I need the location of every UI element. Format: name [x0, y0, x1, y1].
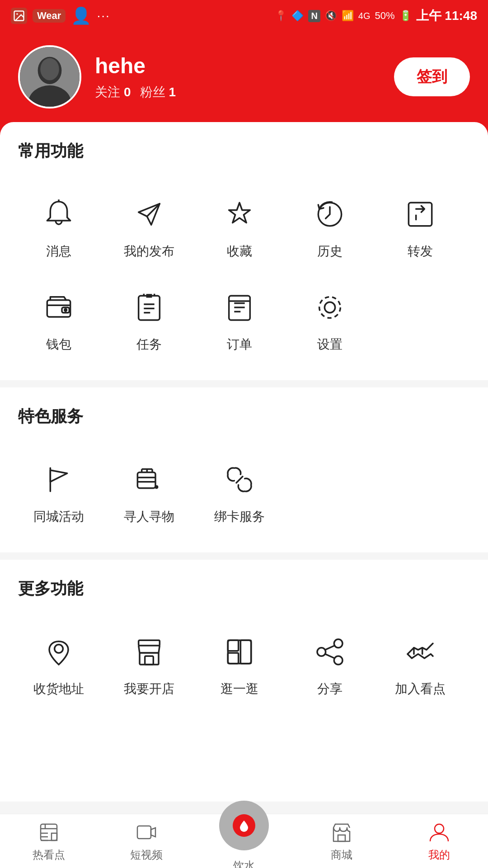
- my-posts-item[interactable]: 我的发布: [108, 185, 190, 269]
- water-nav-label: 饮水: [233, 859, 255, 868]
- favorites-item[interactable]: 收藏: [199, 185, 280, 269]
- share-label: 分享: [317, 680, 343, 698]
- gallery-icon: [11, 8, 27, 24]
- share-icon: [310, 632, 350, 672]
- avatar[interactable]: [18, 45, 81, 108]
- history-label: 历史: [317, 243, 343, 260]
- orders-label: 订单: [227, 336, 252, 353]
- time-display: 上午 11:48: [416, 7, 477, 24]
- find-icon: [129, 459, 169, 500]
- profile-stats: 关注 0 粉丝 1: [95, 84, 176, 101]
- join-views-item[interactable]: 加入看点: [380, 623, 461, 707]
- svg-point-33: [317, 648, 326, 656]
- browse-icon: [219, 632, 260, 672]
- more-functions-grid: 收货地址 我要开店: [18, 623, 470, 707]
- join-views-label: 加入看点: [395, 680, 446, 698]
- browse-item[interactable]: 逛一逛: [199, 623, 280, 707]
- hot-nav-icon: [37, 821, 61, 844]
- checkin-button[interactable]: 签到: [394, 57, 470, 96]
- divider-2: [0, 552, 488, 560]
- profile-info: hehe 关注 0 粉丝 1: [95, 53, 176, 101]
- my-posts-label: 我的发布: [124, 243, 174, 260]
- shop-nav-label: 商城: [331, 848, 352, 862]
- special-services-title: 特色服务: [18, 406, 470, 432]
- common-functions-title: 常用功能: [18, 140, 470, 167]
- nfc-icon: N: [308, 10, 320, 22]
- videos-nav-label: 短视频: [130, 848, 163, 862]
- wifi-icon: 📶: [342, 10, 354, 22]
- special-services-grid: 同城活动 寻人寻物: [18, 450, 470, 534]
- bind-card-item[interactable]: 绑卡服务: [199, 450, 280, 534]
- nav-spacer: [0, 725, 488, 783]
- common-functions-grid: 消息 我的发布 收藏: [18, 185, 470, 362]
- status-left: Wear 👤 ···: [11, 6, 110, 25]
- nav-water[interactable]: 饮水: [195, 801, 293, 868]
- orders-item[interactable]: 订单: [199, 278, 280, 362]
- nav-hot[interactable]: 热看点: [0, 821, 98, 862]
- link-icon: [219, 459, 260, 500]
- open-shop-label: 我要开店: [124, 680, 174, 698]
- svg-point-15: [324, 302, 335, 312]
- send-icon: [129, 194, 169, 235]
- nav-mine[interactable]: 我的: [390, 821, 488, 862]
- share-box-icon: [400, 194, 441, 235]
- forward-item[interactable]: 转发: [380, 185, 461, 269]
- special-services-section: 特色服务 同城活动: [0, 406, 488, 552]
- svg-point-16: [319, 297, 341, 318]
- wallet-item[interactable]: 钱包: [18, 278, 99, 362]
- find-people-item[interactable]: 寻人寻物: [108, 450, 190, 534]
- nav-shop[interactable]: 商城: [293, 821, 390, 862]
- svg-point-21: [155, 486, 158, 488]
- open-shop-item[interactable]: 我要开店: [108, 623, 190, 707]
- settings-icon: [310, 287, 350, 328]
- more-functions-section: 更多功能 收货地址: [0, 578, 488, 725]
- share-item[interactable]: 分享: [289, 623, 371, 707]
- profile-left: hehe 关注 0 粉丝 1: [18, 45, 176, 108]
- settings-item[interactable]: 设置: [289, 278, 371, 362]
- address-item[interactable]: 收货地址: [18, 623, 99, 707]
- handshake-icon: [400, 632, 441, 672]
- messages-label: 消息: [46, 243, 71, 260]
- svg-rect-27: [228, 640, 251, 663]
- bluetooth-icon: 🔷: [291, 10, 304, 22]
- common-functions-section: 常用功能 消息: [0, 140, 488, 380]
- followers-stat: 粉丝 1: [140, 84, 176, 101]
- signal-icon: 4G: [358, 11, 371, 21]
- flag-icon: [38, 459, 79, 500]
- local-events-item[interactable]: 同城活动: [18, 450, 99, 534]
- following-label: 关注: [95, 84, 120, 101]
- favorites-label: 收藏: [227, 243, 252, 260]
- svg-rect-30: [228, 653, 238, 663]
- svg-rect-43: [338, 835, 345, 841]
- battery-icon: 🔋: [399, 10, 412, 22]
- nav-videos[interactable]: 短视频: [98, 821, 195, 862]
- main-content: 常用功能 消息: [0, 122, 488, 802]
- svg-rect-36: [41, 824, 57, 840]
- svg-point-31: [334, 639, 343, 648]
- svg-point-23: [55, 645, 63, 653]
- status-bar: Wear 👤 ··· 📍 🔷 N 🔇 📶 4G 50% 🔋 上午 11:48: [0, 0, 488, 32]
- local-events-label: 同城活动: [33, 508, 84, 525]
- svg-rect-28: [228, 640, 238, 651]
- messages-item[interactable]: 消息: [18, 185, 99, 269]
- svg-point-44: [435, 824, 444, 833]
- svg-line-35: [325, 654, 335, 658]
- svg-rect-24: [139, 640, 160, 646]
- battery-text: 50%: [375, 10, 395, 22]
- videos-nav-icon: [135, 821, 158, 844]
- wear-badge: Wear: [33, 9, 66, 23]
- hot-nav-label: 热看点: [33, 848, 65, 862]
- followers-label: 粉丝: [140, 84, 165, 101]
- forward-label: 转发: [408, 243, 433, 260]
- svg-point-32: [334, 656, 343, 665]
- order-icon: [219, 287, 260, 328]
- svg-rect-25: [140, 653, 159, 665]
- svg-point-11: [65, 309, 67, 311]
- address-label: 收货地址: [33, 680, 84, 698]
- history-item[interactable]: 历史: [289, 185, 371, 269]
- tasks-item[interactable]: 任务: [108, 278, 190, 362]
- svg-rect-9: [47, 300, 70, 317]
- followers-count: 1: [169, 85, 176, 99]
- shop-nav-icon: [330, 821, 353, 844]
- wallet-icon: [38, 287, 79, 328]
